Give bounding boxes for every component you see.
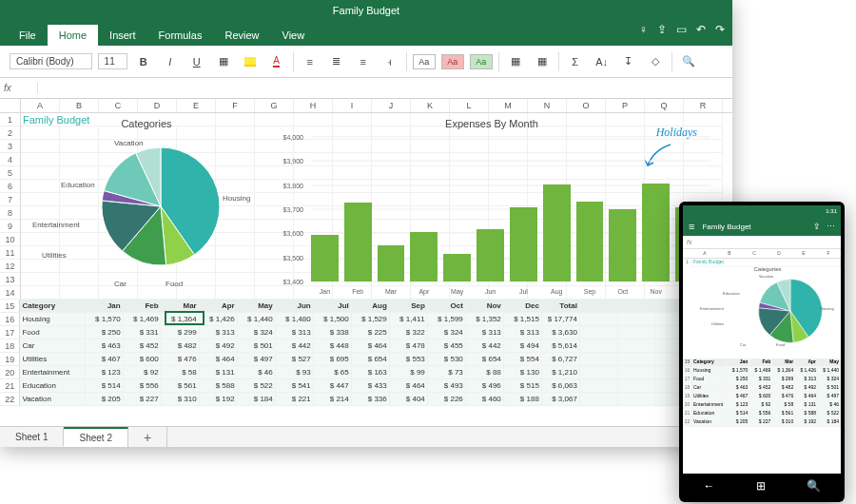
phone-header: ≡ Family Budget ⇪ ⋯ [683,217,841,236]
select-all-corner[interactable] [0,99,21,112]
font-size-select[interactable]: 11 [98,53,127,69]
phone-title: Family Budget [702,223,750,231]
col-header[interactable]: K [411,99,450,112]
phone-more-icon[interactable]: ⋯ [827,222,835,231]
ribbon-tabs: File Home Insert Formulas Review View ♀ … [0,21,732,46]
tab-insert[interactable]: Insert [98,25,147,46]
add-sheet-button[interactable]: + [128,426,167,449]
bold-button[interactable]: B [133,52,154,71]
col-header[interactable]: A [21,99,60,112]
col-header[interactable]: N [528,99,567,112]
align-center-button[interactable]: ≣ [326,52,347,71]
formula-bar: fx [0,78,732,99]
hamburger-icon[interactable]: ≡ [689,221,694,232]
undo-icon[interactable]: ↶ [696,23,706,36]
col-header[interactable]: F [216,99,255,112]
italic-button[interactable]: I [160,52,181,71]
align-left-button[interactable]: ≡ [300,52,321,71]
font-name-select[interactable]: Calibri (Body) [10,53,92,69]
valign-button[interactable]: ⫞ [379,52,400,71]
col-header[interactable]: I [333,99,372,112]
fill-color-button[interactable] [240,52,261,71]
titlebar-actions: ♀ ⇪ ▭ ↶ ↷ [639,23,725,36]
border-button[interactable]: ▦ [213,52,234,71]
cell-style-bad[interactable]: Aa [441,54,464,69]
tab-home[interactable]: Home [48,25,98,46]
align-right-button[interactable]: ≡ [353,52,374,71]
column-headers: ABCDEFGHIJKLMNOPQR [0,99,732,113]
phone-statusbar: 1:31 [683,205,841,217]
phone-formula-bar[interactable]: fx [683,236,841,249]
col-header[interactable]: B [60,99,99,112]
formula-input[interactable] [38,83,732,93]
phone-share-icon[interactable]: ⇪ [813,222,821,231]
sheet-tabs: Sheet 1 Sheet 2 + [0,426,732,447]
clear-button[interactable]: ◇ [645,52,666,71]
redo-icon[interactable]: ↷ [715,23,725,36]
titlebar: Family Budget [0,0,732,21]
phone-back-button[interactable]: ← [704,479,715,493]
find-button[interactable]: 🔍 [678,52,699,71]
col-header[interactable]: C [99,99,138,112]
app-title: Family Budget [333,5,399,16]
col-header[interactable]: O [567,99,606,112]
col-header[interactable]: P [606,99,645,112]
sort-desc-button[interactable]: ↧ [618,52,639,71]
share-icon[interactable]: ⇪ [657,23,667,36]
phone-nav: ← ⊞ 🔍 [683,474,841,498]
col-header[interactable]: R [684,99,723,112]
sheet-tab-1[interactable]: Sheet 1 [0,428,64,446]
col-header[interactable]: E [177,99,216,112]
phone-search-button[interactable]: 🔍 [807,479,821,493]
col-header[interactable]: L [450,99,489,112]
col-header[interactable]: H [294,99,333,112]
col-header[interactable]: M [489,99,528,112]
tab-view[interactable]: View [271,25,317,46]
tab-review[interactable]: Review [213,25,270,46]
tab-file[interactable]: File [8,25,48,46]
insert-cells-button[interactable]: ▦ [505,52,526,71]
font-color-button[interactable]: A [266,52,287,71]
autosum-button[interactable]: Σ [565,52,586,71]
lightbulb-icon[interactable]: ♀ [639,23,648,36]
col-header[interactable]: J [372,99,411,112]
phone-pie-chart: Categories VacationEducationEntertainmen… [698,266,837,352]
phone-device: 1:31 ≡ Family Budget ⇪ ⋯ fx ABCDEF 1Fami… [679,202,845,502]
cell-style-good[interactable]: Aa [470,54,493,69]
grid[interactable]: ABCDEFGHIJKLMNOPQR 1Family Budget2345678… [0,99,732,426]
read-icon[interactable]: ▭ [676,23,687,36]
phone-home-button[interactable]: ⊞ [756,479,766,493]
sort-asc-button[interactable]: A↓ [592,52,613,71]
sheet-tab-2[interactable]: Sheet 2 [64,427,127,447]
excel-window: Family Budget File Home Insert Formulas … [0,0,732,447]
ribbon: Calibri (Body) 11 B I U ▦ A ≡ ≣ ≡ ⫞ Aa A… [0,46,732,78]
underline-button[interactable]: U [186,52,207,71]
col-header[interactable]: D [138,99,177,112]
col-header[interactable]: Q [645,99,684,112]
tab-formulas[interactable]: Formulas [147,25,214,46]
fx-label: fx [0,83,38,93]
phone-grid[interactable]: ABCDEF 1Family Budget Categories Vacatio… [683,249,841,474]
cell-style-normal[interactable]: Aa [413,54,436,69]
col-header[interactable]: G [255,99,294,112]
delete-cells-button[interactable]: ▦ [532,52,553,71]
